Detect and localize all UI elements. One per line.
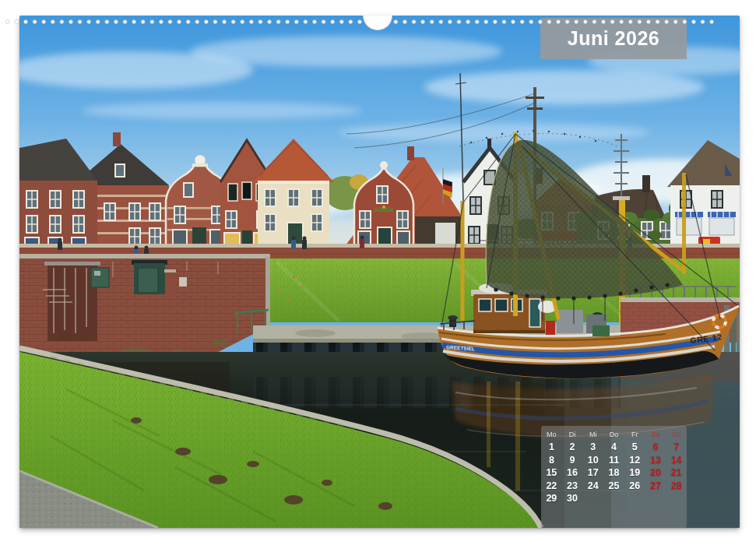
calendar-cell: 3 <box>582 441 603 454</box>
weekday-header: Fr <box>624 428 645 441</box>
calendar-cell: 23 <box>562 480 583 493</box>
weekday-header: So <box>666 428 687 441</box>
mini-calendar: Mo Di Mi Do Fr Sa So 1 2 3 4 5 6 7 8 9 1… <box>541 426 687 528</box>
weekday-header: Mi <box>582 428 603 441</box>
calendar-cell: 12 <box>624 454 645 467</box>
calendar-cell: 2 <box>562 441 583 454</box>
calendar-cell: 25 <box>603 480 624 493</box>
month-label: Juni 2026 <box>568 27 659 50</box>
calendar-cell: 11 <box>603 454 624 467</box>
calendar-cell: 17 <box>582 466 603 480</box>
calendar-cell <box>666 492 687 505</box>
calendar-cell: 5 <box>624 441 645 454</box>
calendar-cell <box>624 492 645 505</box>
calendar-cell <box>645 492 666 505</box>
weekday-header: Di <box>562 428 583 441</box>
calendar-cell: 20 <box>645 466 666 480</box>
calendar-cell: 27 <box>645 480 666 493</box>
calendar-cell <box>582 492 603 505</box>
month-badge: Juni 2026 <box>540 18 687 59</box>
calendar-page: { "page": { "month_label": "Juni 2026" }… <box>0 0 756 545</box>
calendar-cell: 28 <box>666 480 687 493</box>
calendar-cell: 1 <box>541 441 562 454</box>
calendar-cell: 9 <box>562 454 583 467</box>
calendar-cell: 22 <box>541 480 562 493</box>
weekday-header: Sa <box>645 428 666 441</box>
calendar-cell: 13 <box>645 454 666 467</box>
calendar-cell: 14 <box>666 454 687 467</box>
calendar-cell: 21 <box>666 466 687 480</box>
calendar-cell: 7 <box>666 441 687 454</box>
calendar-cell: 18 <box>603 466 624 480</box>
weekday-header: Mo <box>541 428 562 441</box>
calendar-grid: Mo Di Mi Do Fr Sa So 1 2 3 4 5 6 7 8 9 1… <box>541 428 687 505</box>
weekday-header: Do <box>603 428 624 441</box>
calendar-cell: 29 <box>541 492 562 505</box>
calendar-cell: 16 <box>562 466 583 480</box>
calendar-cell: 4 <box>603 441 624 454</box>
calendar-cell: 10 <box>582 454 603 467</box>
lock-structure <box>19 254 270 358</box>
calendar-cell: 6 <box>645 441 666 454</box>
calendar-cell: 24 <box>582 480 603 493</box>
calendar-cell: 19 <box>624 466 645 480</box>
calendar-cell: 15 <box>541 466 562 480</box>
calendar-cell: 8 <box>541 454 562 467</box>
calendar-cell: 30 <box>562 492 583 505</box>
calendar-cell: 26 <box>624 480 645 493</box>
calendar-cell <box>603 492 624 505</box>
